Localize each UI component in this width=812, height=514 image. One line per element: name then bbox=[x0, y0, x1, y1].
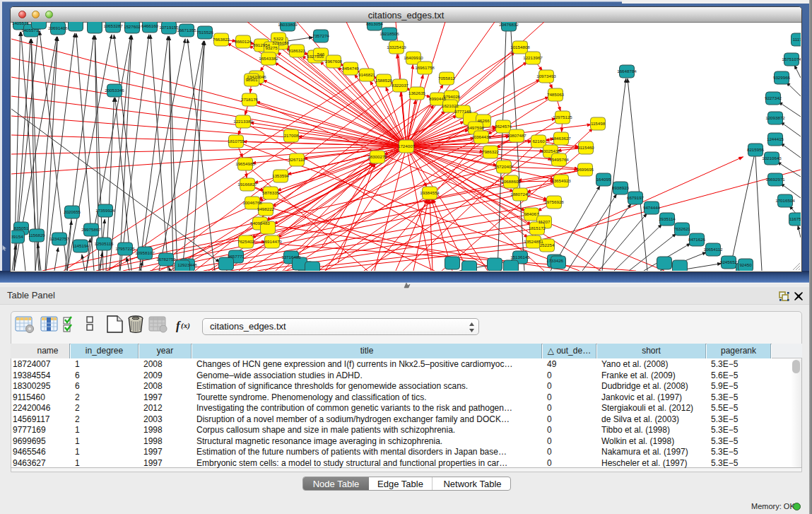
svg-text:17016504: 17016504 bbox=[775, 198, 795, 203]
svg-text:16961758: 16961758 bbox=[415, 65, 435, 70]
svg-text:9115460: 9115460 bbox=[577, 145, 594, 150]
svg-text:12093872: 12093872 bbox=[765, 115, 785, 120]
svg-text:9699695: 9699695 bbox=[577, 167, 594, 172]
svg-text:252254: 252254 bbox=[540, 243, 555, 247]
svg-text:92450: 92450 bbox=[739, 262, 752, 267]
svg-text:1145194: 1145194 bbox=[72, 243, 89, 248]
svg-text:9227342: 9227342 bbox=[765, 95, 782, 100]
svg-text:546: 546 bbox=[317, 52, 325, 57]
svg-text:16033809: 16033809 bbox=[278, 22, 298, 27]
svg-text:10973493: 10973493 bbox=[536, 74, 556, 78]
svg-text:1588520: 1588520 bbox=[375, 78, 393, 83]
svg-text:16671355: 16671355 bbox=[177, 28, 196, 33]
svg-text:19654985: 19654985 bbox=[235, 161, 255, 166]
svg-text:1362635: 1362635 bbox=[408, 90, 426, 95]
svg-text:15751074: 15751074 bbox=[782, 57, 801, 62]
svg-text:13325419: 13325419 bbox=[387, 45, 406, 49]
svg-text:9146821: 9146821 bbox=[358, 72, 376, 77]
svg-text:14055712: 14055712 bbox=[21, 28, 41, 33]
svg-text:12213383: 12213383 bbox=[233, 119, 253, 124]
svg-text:46266: 46266 bbox=[477, 118, 490, 123]
svg-text:(x): (x) bbox=[181, 321, 190, 330]
svg-text:1621022: 1621022 bbox=[442, 103, 459, 108]
svg-text:39154: 39154 bbox=[11, 234, 23, 239]
svg-text:29975867: 29975867 bbox=[81, 227, 101, 232]
svg-text:8938923: 8938923 bbox=[612, 185, 630, 190]
svg-text:10688609: 10688609 bbox=[501, 179, 521, 184]
svg-text:10025438: 10025438 bbox=[541, 148, 560, 153]
svg-text:18300275: 18300275 bbox=[367, 154, 387, 159]
svg-text:7625402: 7625402 bbox=[237, 239, 255, 244]
svg-text:5322: 5322 bbox=[273, 36, 283, 41]
svg-text:7055812: 7055812 bbox=[438, 76, 456, 81]
svg-text:17359924: 17359924 bbox=[95, 208, 115, 213]
svg-text:12213967: 12213967 bbox=[523, 55, 543, 60]
svg-text:1156829: 1156829 bbox=[28, 233, 45, 238]
svg-text:8660124: 8660124 bbox=[235, 39, 252, 44]
svg-text:16543382: 16543382 bbox=[259, 56, 278, 61]
svg-text:20364436: 20364436 bbox=[471, 134, 491, 139]
svg-text:984067: 984067 bbox=[524, 211, 539, 216]
svg-text:8454749: 8454749 bbox=[342, 66, 360, 71]
svg-text:20476832: 20476832 bbox=[499, 22, 519, 27]
svg-text:15136141: 15136141 bbox=[510, 255, 530, 259]
svg-text:7986322: 7986322 bbox=[482, 149, 500, 154]
svg-text:8813054: 8813054 bbox=[366, 22, 384, 26]
svg-text:7485063: 7485063 bbox=[547, 92, 565, 97]
svg-text:15692971: 15692971 bbox=[765, 177, 785, 182]
svg-text:6497596: 6497596 bbox=[467, 125, 485, 130]
svg-text:2718176: 2718176 bbox=[241, 97, 259, 102]
svg-text:11207: 11207 bbox=[539, 219, 551, 224]
svg-text:12975125: 12975125 bbox=[553, 115, 572, 119]
svg-text:217008: 217008 bbox=[284, 133, 299, 138]
svg-text:19756928: 19756928 bbox=[544, 199, 564, 204]
svg-text:16782759: 16782759 bbox=[156, 257, 176, 262]
svg-text:62160: 62160 bbox=[532, 139, 545, 144]
svg-text:10210643: 10210643 bbox=[762, 156, 782, 160]
svg-text:5878335: 5878335 bbox=[262, 190, 280, 195]
svg-text:164095: 164095 bbox=[596, 177, 611, 182]
svg-text:13716485: 13716485 bbox=[281, 255, 301, 259]
svg-text:1810755: 1810755 bbox=[228, 139, 245, 144]
svg-text:10154808: 10154808 bbox=[510, 45, 530, 49]
svg-text:10654112: 10654112 bbox=[703, 247, 723, 252]
svg-text:9498222: 9498222 bbox=[257, 206, 275, 211]
svg-text:18463627: 18463627 bbox=[551, 136, 571, 141]
svg-text:19166827: 19166827 bbox=[237, 182, 257, 187]
svg-text:54099483: 54099483 bbox=[250, 221, 270, 226]
svg-text:13654923: 13654923 bbox=[551, 178, 571, 183]
svg-text:6679197: 6679197 bbox=[627, 195, 645, 200]
svg-text:9245652: 9245652 bbox=[720, 259, 738, 264]
svg-text:12342757: 12342757 bbox=[49, 236, 69, 241]
svg-text:20053346: 20053346 bbox=[105, 88, 124, 93]
svg-text:16409910: 16409910 bbox=[404, 55, 423, 60]
svg-text:8186323: 8186323 bbox=[288, 48, 306, 53]
svg-text:7663822: 7663822 bbox=[213, 37, 230, 42]
svg-text:1353594: 1353594 bbox=[272, 173, 290, 178]
svg-text:10958107: 10958107 bbox=[135, 250, 155, 255]
svg-text:17957225: 17957225 bbox=[115, 246, 135, 251]
svg-text:16648784: 16648784 bbox=[617, 69, 637, 74]
svg-text:19218506: 19218506 bbox=[379, 31, 399, 36]
svg-text:9329966: 9329966 bbox=[773, 75, 791, 80]
svg-text:10807487: 10807487 bbox=[507, 133, 526, 138]
svg-text:7632621: 7632621 bbox=[673, 226, 691, 231]
svg-text:2935114: 2935114 bbox=[659, 216, 676, 221]
svg-text:10046768: 10046768 bbox=[242, 200, 262, 205]
svg-text:1244415: 1244415 bbox=[767, 136, 784, 141]
svg-text:93275: 93275 bbox=[265, 45, 278, 50]
svg-text:3624574: 3624574 bbox=[495, 124, 512, 129]
svg-text:7515526: 7515526 bbox=[196, 30, 214, 35]
svg-text:116753: 116753 bbox=[789, 216, 801, 221]
svg-text:6466160: 6466160 bbox=[141, 23, 159, 28]
svg-text:1527602: 1527602 bbox=[124, 24, 141, 29]
svg-text:10719155: 10719155 bbox=[159, 25, 179, 30]
svg-text:8471626: 8471626 bbox=[688, 237, 706, 242]
svg-text:1815172: 1815172 bbox=[529, 226, 546, 230]
svg-text:10653287: 10653287 bbox=[103, 23, 123, 28]
svg-text:9474444: 9474444 bbox=[643, 205, 661, 210]
svg-text:15495764: 15495764 bbox=[549, 157, 569, 162]
svg-text:98901: 98901 bbox=[245, 77, 258, 82]
svg-text:115498: 115498 bbox=[591, 121, 606, 126]
svg-text:9794028: 9794028 bbox=[443, 94, 461, 99]
